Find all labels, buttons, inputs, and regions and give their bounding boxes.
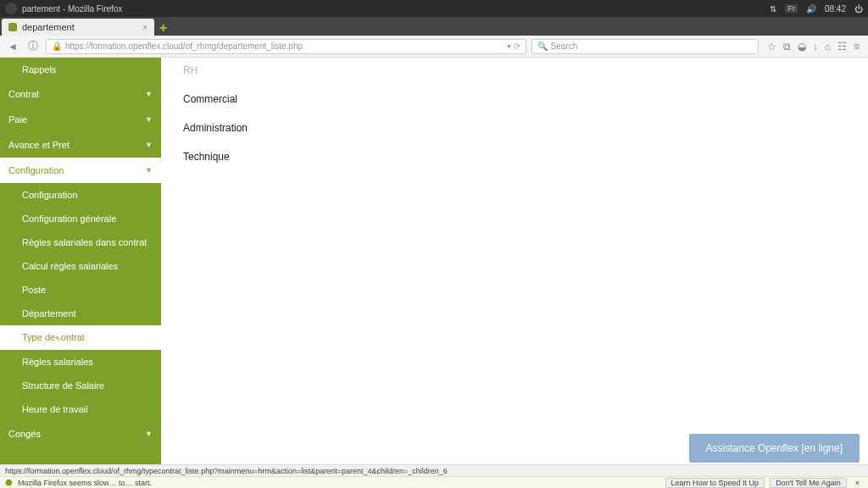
bookmark-star-icon[interactable]: ☆: [767, 41, 776, 53]
chevron-down-icon: ▼: [145, 430, 153, 438]
sidebar-subitem[interactable]: Calcul règles salariales: [0, 254, 161, 278]
sidebar-item-label: Paie: [8, 114, 27, 125]
sidebar-item-label: Configuration générale: [22, 214, 116, 224]
chevron-down-icon: ▼: [145, 90, 153, 98]
sidebar-subitem[interactable]: Configuration générale: [0, 207, 161, 230]
sidebar-subitem[interactable]: Poste: [0, 278, 161, 302]
chevron-down-icon: ▼: [145, 115, 153, 124]
search-input[interactable]: 🔍 Search: [531, 39, 759, 54]
sidebar-item-contrat[interactable]: Contrat ▼: [0, 81, 161, 107]
sidebar-item-label: Type de↖ontrat: [22, 332, 85, 342]
sidebar-item-label: Poste: [22, 285, 46, 295]
list-item-label: RH: [183, 64, 198, 76]
back-button[interactable]: ◄: [5, 41, 20, 53]
sidebar-item-paie[interactable]: Paie ▼: [0, 107, 161, 132]
sidebar-item-label: Structure de Salaire: [22, 380, 104, 391]
sidebar-item-label: Contrat: [8, 89, 39, 99]
button-label: Don't Tell Me Again: [776, 479, 841, 487]
sidebar-item-conges[interactable]: Congés ▼: [0, 421, 161, 446]
sidebar-item-rappels[interactable]: Rappels: [0, 58, 161, 81]
copy-icon[interactable]: ⧉: [783, 41, 791, 53]
sidebar-subitem-typecontrat[interactable]: Type de↖ontrat: [0, 325, 161, 350]
search-placeholder: Search: [551, 42, 578, 51]
sidebar-subitem[interactable]: Structure de Salaire: [0, 374, 161, 397]
info-circle-icon[interactable]: ⓘ: [25, 39, 41, 53]
menu-icon[interactable]: ≡: [854, 41, 860, 53]
browser-tab[interactable]: departement ×: [2, 19, 154, 36]
page-body: Rappels Contrat ▼ Paie ▼ Avance et Pret …: [0, 58, 868, 464]
sidebar: Rappels Contrat ▼ Paie ▼ Avance et Pret …: [0, 58, 161, 464]
button-label: Learn How to Speed It Up: [671, 479, 760, 487]
close-tab-icon[interactable]: ×: [142, 23, 147, 32]
sidebar-item-label: Heure de travail: [22, 404, 88, 414]
sidebar-subitem[interactable]: Configuration: [0, 183, 161, 207]
dont-tell-again-button[interactable]: Don't Tell Me Again: [770, 478, 847, 488]
assistance-label: Assistance Openflex [en ligne]: [706, 442, 843, 454]
assistance-widget[interactable]: Assistance Openflex [en ligne]: [689, 434, 860, 463]
main-content: RH Commercial Administration Technique: [161, 58, 868, 464]
new-tab-button[interactable]: +: [154, 20, 172, 36]
home-icon[interactable]: ⌂: [825, 41, 831, 53]
list-item-label: Administration: [183, 122, 248, 134]
list-item-label: Technique: [183, 151, 230, 163]
sidebar-subitem[interactable]: Règles salariales: [0, 350, 161, 374]
clock: 08:42: [825, 4, 846, 14]
sidebar-item-label: Avance et Pret: [8, 140, 70, 150]
toolbar-right-icons: ☆ ⧉ ◒ ↓ ⌂ ☷ ≡: [764, 41, 863, 53]
sidebar-item-label: Règles salariales dans contrat: [22, 237, 147, 247]
network-icon: ⇅: [770, 4, 776, 14]
close-notification-icon[interactable]: ×: [852, 479, 863, 487]
sidebar-item-label: Règles salariales: [22, 357, 93, 367]
search-icon: 🔍: [537, 42, 548, 51]
list-item[interactable]: Administration: [183, 119, 846, 147]
notification-bar: ⬣ Mozilla Firefox seems slow… to… start.…: [0, 476, 868, 488]
pocket-icon[interactable]: ◒: [798, 41, 806, 53]
app-icon: [5, 3, 17, 14]
sidebar-item-label: Configuration: [8, 165, 64, 175]
dropdown-history-icon[interactable]: ▾ ⟳: [507, 42, 520, 51]
url-input[interactable]: 🔒 https://formation.openflex.cloud/of_rh…: [46, 39, 526, 54]
tab-title: departement: [22, 22, 75, 32]
window-title: partement - Mozilla Firefox: [22, 4, 122, 14]
url-text: https://formation.openflex.cloud/of_rhmg…: [65, 42, 303, 51]
browser-toolbar: ◄ ⓘ 🔒 https://formation.openflex.cloud/o…: [0, 36, 868, 58]
chevron-down-icon: ▼: [145, 166, 153, 175]
sidebar-item-label: Calcul règles salariales: [22, 261, 118, 271]
firefox-notif-icon: ⬣: [5, 478, 13, 487]
list-item-label: Commercial: [183, 93, 237, 105]
sidebar-subitem[interactable]: Heure de travail: [0, 397, 161, 421]
volume-icon[interactable]: 🔊: [806, 4, 816, 14]
sidebar-item-label: Département: [22, 308, 76, 319]
list-item[interactable]: Technique: [183, 147, 846, 176]
notification-text: Mozilla Firefox seems slow… to… start.: [18, 479, 152, 487]
keyboard-lang[interactable]: Fr: [785, 4, 798, 13]
sidebar-subitem[interactable]: Règles salariales dans contrat: [0, 230, 161, 254]
sidebar-item-label: Congés: [8, 429, 41, 439]
downloads-icon[interactable]: ↓: [813, 41, 818, 53]
sidebar-subitem-departement[interactable]: Département: [0, 302, 161, 325]
favicon: [8, 23, 17, 31]
status-bar-link-preview: https://formation.openflex.cloud/of_rhmg…: [0, 464, 868, 476]
browser-tab-bar: departement × +: [0, 17, 868, 36]
list-item[interactable]: RH: [183, 64, 846, 90]
sidebar-item-label: Rappels: [22, 64, 56, 75]
power-icon[interactable]: ⏻: [854, 4, 863, 14]
list-item[interactable]: Commercial: [183, 90, 846, 119]
sidebar-icon[interactable]: ☷: [837, 41, 847, 53]
chevron-down-icon: ▼: [145, 141, 153, 149]
lock-icon: 🔒: [52, 42, 62, 51]
link-preview-text: https://formation.openflex.cloud/of_rhmg…: [5, 467, 448, 475]
os-top-bar: partement - Mozilla Firefox ⇅ Fr 🔊 08:42…: [0, 0, 868, 17]
sidebar-config-submenu: Configuration Configuration générale Règ…: [0, 183, 161, 421]
sidebar-item-avance[interactable]: Avance et Pret ▼: [0, 132, 161, 158]
learn-speedup-button[interactable]: Learn How to Speed It Up: [665, 478, 765, 488]
sidebar-item-label: Configuration: [22, 190, 77, 200]
sidebar-item-configuration[interactable]: Configuration ▼: [0, 158, 161, 183]
cursor-icon: ↖: [55, 332, 61, 343]
